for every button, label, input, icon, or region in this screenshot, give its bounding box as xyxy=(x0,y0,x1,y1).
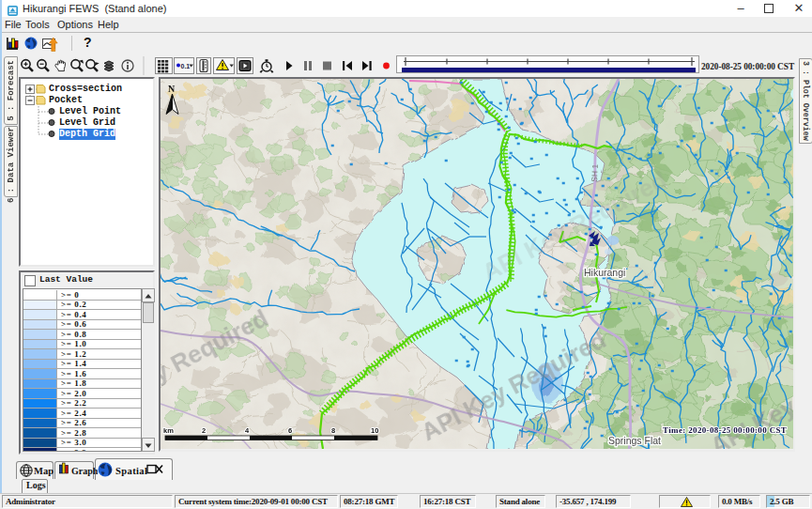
svg-text:Time: 2020-08-25 00:00:00 CST: Time: 2020-08-25 00:00:00 CST xyxy=(663,425,787,435)
svg-text:6: 6 xyxy=(288,426,292,435)
svg-text:10: 10 xyxy=(371,426,378,435)
svg-text:8: 8 xyxy=(331,426,335,435)
svg-text:Map: Map xyxy=(34,466,54,476)
svg-text:2: 2 xyxy=(202,426,206,435)
svg-text:0.1: 0.1 xyxy=(181,63,191,69)
svg-text:2020-08-25 00:00:00 CST: 2020-08-25 00:00:00 CST xyxy=(701,62,795,71)
svg-text:km: km xyxy=(163,426,174,435)
svg-text:N: N xyxy=(168,84,176,94)
svg-text:Spatial: Spatial xyxy=(115,466,147,476)
svg-text:Hikurangi: Hikurangi xyxy=(584,267,625,278)
svg-text:Springs Flat: Springs Flat xyxy=(608,435,661,446)
svg-text:Graph: Graph xyxy=(71,466,99,476)
svg-text:SH 1: SH 1 xyxy=(590,163,600,182)
